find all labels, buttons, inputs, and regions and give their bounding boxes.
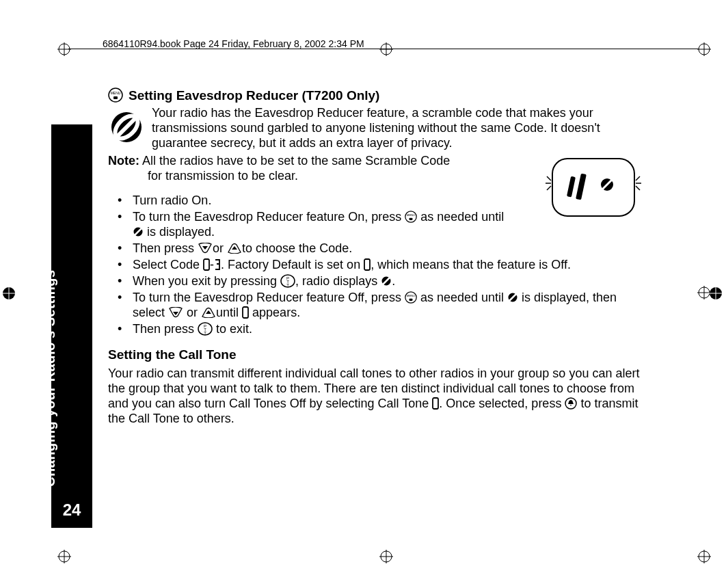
- section-heading-row: MENU Setting Eavesdrop Reducer (T7200 On…: [108, 88, 648, 103]
- step-text: Then press: [133, 241, 198, 255]
- digit-0-glyph: [242, 306, 249, 319]
- svg-rect-52: [204, 259, 209, 270]
- note-text-line1: All the radios have to be set to the sam…: [142, 154, 450, 168]
- color-bar-icon: [1, 286, 19, 301]
- no-scramble-icon: [133, 226, 144, 237]
- up-arrow-icon: [201, 307, 216, 318]
- step-text: , radio displays: [295, 274, 381, 288]
- svg-text:MENU: MENU: [407, 213, 415, 217]
- intro-text: Your radio has the Eavesdrop Reducer fea…: [152, 106, 648, 151]
- registration-mark-icon: [379, 550, 393, 563]
- down-arrow-icon: [168, 307, 183, 318]
- menu-icon: MENU: [405, 211, 417, 223]
- svg-text:MENU: MENU: [407, 294, 415, 297]
- step-text: appears.: [249, 306, 300, 319]
- menu-icon: MENU: [108, 88, 123, 103]
- list-item: To turn the Eavesdrop Reducer feature On…: [108, 210, 505, 240]
- svg-rect-53: [364, 259, 370, 270]
- content-area: MENU Setting Eavesdrop Reducer (T7200 On…: [108, 88, 648, 427]
- digit-0-glyph: [203, 258, 210, 271]
- svg-rect-65: [243, 307, 248, 318]
- step-text: as needed until: [417, 291, 507, 304]
- bell-icon: [565, 397, 577, 410]
- body-text: . Once selected, press: [439, 397, 565, 410]
- step-text: to choose the Code.: [242, 241, 352, 255]
- digit-0-glyph: [364, 258, 371, 271]
- up-arrow-icon: [227, 243, 242, 254]
- down-arrow-icon: [198, 243, 213, 254]
- step-text: .: [392, 274, 395, 288]
- step-text: or: [213, 241, 227, 255]
- ptt-button-icon: PTT: [280, 274, 295, 288]
- sidebar: Changing your Radio's Settings 24: [51, 124, 92, 528]
- step-text: . Factory Default is set on: [221, 258, 364, 271]
- svg-rect-62: [409, 299, 412, 301]
- digit-3-glyph: [214, 258, 221, 271]
- running-head: 6864110R94.book Page 24 Friday, February…: [103, 38, 364, 49]
- svg-line-42: [547, 176, 551, 181]
- registration-mark-icon: [697, 550, 711, 563]
- list-item: When you exit by pressing PTT, radio dis…: [108, 274, 648, 289]
- step-text: to exit.: [213, 322, 252, 336]
- no-scramble-icon: [381, 276, 392, 286]
- sidebar-section-label: Changing your Radio's Settings: [42, 269, 58, 487]
- step-text: To turn the Eavesdrop Reducer feature On…: [133, 210, 405, 224]
- svg-text:MENU: MENU: [111, 91, 121, 95]
- step-text: until: [216, 306, 242, 319]
- step-text: , which means that the feature is Off.: [371, 258, 571, 271]
- svg-line-46: [636, 186, 640, 190]
- step-text: When you exit by pressing: [133, 274, 280, 288]
- svg-line-43: [547, 186, 551, 190]
- menu-icon: MENU: [405, 291, 417, 304]
- svg-rect-32: [113, 96, 118, 99]
- list-item: To turn the Eavesdrop Reducer feature Of…: [108, 291, 648, 321]
- intro-block: Your radio has the Eavesdrop Reducer fea…: [108, 106, 648, 151]
- page: 6864110R94.book Page 24 Friday, February…: [0, 0, 726, 588]
- section2-title: Setting the Call Tone: [108, 347, 648, 362]
- color-bar-icon: [708, 286, 726, 301]
- step-text: To turn the Eavesdrop Reducer feature Of…: [133, 291, 405, 304]
- note-label: Note:: [108, 154, 139, 168]
- svg-point-30: [109, 88, 122, 102]
- section-title: Setting Eavesdrop Reducer (T7200 Only): [129, 88, 379, 103]
- step-text: or: [183, 306, 201, 319]
- svg-text:T: T: [286, 283, 289, 287]
- list-item: Then press PTT to exit.: [108, 322, 648, 337]
- svg-line-45: [636, 176, 640, 181]
- registration-mark-icon: [57, 550, 71, 563]
- step-text: Then press: [133, 322, 198, 336]
- step-text: Turn radio On.: [133, 193, 211, 207]
- svg-rect-49: [409, 218, 413, 220]
- registration-mark-icon: [697, 42, 711, 56]
- page-number: 24: [63, 500, 81, 520]
- svg-text:T: T: [204, 331, 206, 335]
- no-scramble-icon: [507, 292, 518, 303]
- step-text: as needed until: [417, 210, 504, 224]
- note-text-line2: for transmission to be clear.: [148, 169, 298, 183]
- scramble-icon: [108, 106, 145, 150]
- list-item: Then press or to choose the Code.: [108, 241, 648, 256]
- step-text: Select Code: [133, 258, 203, 271]
- list-item: Select Code -. Factory Default is set on…: [108, 258, 648, 273]
- digit-0-glyph: [432, 397, 439, 410]
- radio-display-illustration: [546, 156, 641, 219]
- ptt-button-icon: PTT: [198, 322, 213, 336]
- section2-body: Your radio can transmit different indivi…: [108, 366, 648, 427]
- step-text: is displayed.: [144, 225, 215, 239]
- svg-rect-36: [552, 159, 634, 216]
- svg-rect-70: [433, 398, 438, 409]
- list-item: Turn radio On.: [108, 193, 505, 209]
